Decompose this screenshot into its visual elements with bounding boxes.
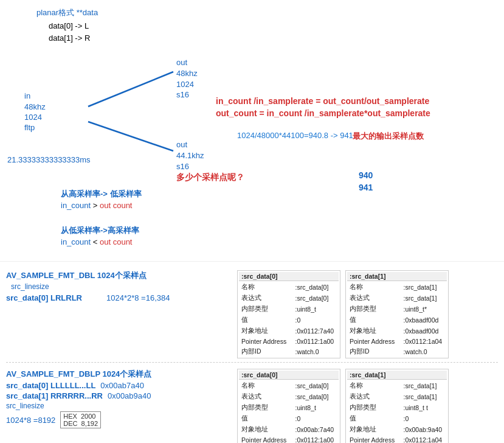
lt-symbol: < bbox=[93, 237, 100, 246]
t2r7c1: 内部ID bbox=[347, 347, 400, 357]
table3-title: :src_data[0] bbox=[239, 371, 339, 380]
fmt-dbl-label: AV_SAMPLE_FMT_DBL 1024个采样点 bbox=[6, 270, 237, 281]
page-container: planar格式 **data data[0] -> L data[1] -> … bbox=[0, 0, 504, 443]
max-label: 最大的输出采样点数 bbox=[353, 131, 424, 142]
bottom2-right: :src_data[0] 名称:src_data[0] 表达式:src_data… bbox=[237, 369, 498, 443]
t3r6c2: :0x0112:1a00 bbox=[293, 436, 339, 443]
t3r2c2: :src_data[0] bbox=[293, 392, 339, 402]
t1r2c1: 表达式 bbox=[239, 293, 292, 303]
t4r3c1: 内部类型 bbox=[347, 403, 400, 413]
t4r6c1: Pointer Address bbox=[347, 436, 400, 443]
t2r5c2: :0xbaadf00d bbox=[401, 326, 447, 336]
diagram-section: planar格式 **data data[0] -> L data[1] -> … bbox=[0, 0, 504, 262]
debug-table-3: :src_data[0] 名称:src_data[0] 表达式:src_data… bbox=[237, 369, 340, 443]
bottom1-left: AV_SAMPLE_FMT_DBL 1024个采样点 src_linesize … bbox=[6, 270, 237, 302]
src-data0-label: src_data[0] LRLRLR bbox=[6, 293, 82, 302]
t2r2c2: :src_data[1] bbox=[401, 293, 447, 303]
dec-label: DEC bbox=[63, 420, 77, 427]
t1r5c2: :0x0112:7a40 bbox=[293, 326, 339, 336]
gt-symbol: > bbox=[93, 201, 100, 210]
table4-title: :src_data[1] bbox=[347, 371, 447, 380]
t2r6c1: Pointer Address bbox=[347, 337, 400, 346]
t3r5c2: :0x00ab:7a40 bbox=[293, 425, 339, 434]
bottom-row-2: AV_SAMPLE_FMT_DBLP 1024个采样点 src_data[0] … bbox=[0, 365, 504, 443]
data1-label: data[1] -> R bbox=[49, 33, 90, 43]
t3r4c2: :0 bbox=[293, 414, 339, 424]
t3r3c1: 内部类型 bbox=[239, 403, 292, 413]
t1r1c1: 名称 bbox=[239, 282, 292, 292]
calc-dblp: 1024*8 =8192 bbox=[6, 416, 55, 425]
out2-label: out bbox=[176, 140, 187, 149]
out1-s16: s16 bbox=[176, 90, 189, 99]
t4r6c2: :0x0112:1a04 bbox=[401, 436, 447, 443]
out2-44khz: 44.1khz bbox=[176, 151, 204, 160]
t2r5c1: 对象地址 bbox=[347, 326, 400, 336]
out2-s16: s16 bbox=[176, 162, 189, 171]
low-to-high: 从低采样率->高采样率 bbox=[61, 225, 139, 236]
calc-dbl: 1024*2*8 =16,384 bbox=[106, 293, 170, 302]
t3r3c2: :uint8_t bbox=[293, 403, 339, 413]
t2r1c2: :src_data[1] bbox=[401, 282, 447, 292]
t3r5c1: 对象地址 bbox=[239, 425, 292, 434]
t4r3c2: :uint8_t t bbox=[401, 403, 447, 413]
hex-val: 2000 bbox=[81, 413, 95, 420]
t1r3c2: :uint8_t bbox=[293, 304, 339, 314]
hex-dec-box: HEX 2000 DEC 8,192 bbox=[60, 411, 101, 428]
debug-table-2: :src_data[1] 名称:src_data[1] 表达式:src_data… bbox=[345, 270, 449, 358]
t4r1c2: :src_data[1] bbox=[401, 381, 447, 391]
data0-label: data[0] -> L bbox=[49, 21, 89, 30]
time-label: 21.33333333333333ms bbox=[7, 155, 91, 164]
in-48khz: 48khz bbox=[24, 102, 46, 111]
hex-label: HEX bbox=[63, 413, 77, 420]
fmt-dblp-label: AV_SAMPLE_FMT_DBLP 1024个采样点 bbox=[6, 369, 237, 380]
t3r1c1: 名称 bbox=[239, 381, 292, 391]
dec-row: DEC 8,192 bbox=[63, 420, 98, 427]
val-940: 940 bbox=[359, 170, 373, 180]
dec-val: 8,192 bbox=[81, 420, 98, 427]
t3r6c1: Pointer Address bbox=[239, 436, 292, 443]
svg-line-0 bbox=[88, 72, 173, 106]
t4r1c1: 名称 bbox=[347, 381, 400, 391]
t1r5c1: 对象地址 bbox=[239, 326, 292, 336]
out-count-text2: out count bbox=[100, 237, 133, 246]
t4r2c1: 表达式 bbox=[347, 392, 400, 402]
in-label: in bbox=[24, 91, 30, 100]
t3r2c1: 表达式 bbox=[239, 392, 292, 402]
t2r3c2: :uint8_t* bbox=[401, 304, 447, 314]
t2r3c1: 内部类型 bbox=[347, 304, 400, 314]
t1r7c2: :watch.0 bbox=[293, 347, 339, 357]
bottom-row-1: AV_SAMPLE_FMT_DBL 1024个采样点 src_linesize … bbox=[0, 267, 504, 362]
t4r5c1: 对象地址 bbox=[347, 425, 400, 434]
t1r6c1: Pointer Address bbox=[239, 337, 292, 346]
t3r4c1: 值 bbox=[239, 414, 292, 424]
divider bbox=[6, 362, 498, 363]
src-data0-addr: 0x00ab7a40 bbox=[100, 381, 144, 390]
formula1: in_count /in_samplerate = out_count/out_… bbox=[216, 96, 429, 106]
in-gt-out-text: in_count bbox=[61, 201, 91, 210]
out-count-text1: out count bbox=[100, 201, 133, 210]
t2r6c2: :0x0112:1a04 bbox=[401, 337, 447, 346]
val-941: 941 bbox=[359, 183, 373, 192]
src-data0-dblp: src_data[0] LLLLLL...LL bbox=[6, 381, 95, 390]
t1r4c1: 值 bbox=[239, 315, 292, 325]
out1-48khz: 48khz bbox=[176, 69, 198, 78]
out1-label: out bbox=[176, 58, 187, 67]
bottom1-right: :src_data[0] 名称:src_data[0] 表达式:src_data… bbox=[237, 270, 498, 358]
bottom2-left: AV_SAMPLE_FMT_DBLP 1024个采样点 src_data[0] … bbox=[6, 369, 237, 428]
t2r4c1: 值 bbox=[347, 315, 400, 325]
bottom-section: AV_SAMPLE_FMT_DBL 1024个采样点 src_linesize … bbox=[0, 262, 504, 443]
in-fltp: fltp bbox=[24, 123, 35, 132]
t1r1c2: :src_data[0] bbox=[293, 282, 339, 292]
t4r2c2: :src_data[1] bbox=[401, 392, 447, 402]
svg-line-1 bbox=[88, 122, 173, 151]
high-to-low: 从高采样率-> 低采样率 bbox=[61, 189, 142, 200]
table1-title: :src_data[0] bbox=[239, 272, 339, 281]
hex-row: HEX 2000 bbox=[63, 413, 98, 420]
debug-table-4: :src_data[1] 名称:src_data[1] 表达式:src_data… bbox=[345, 369, 449, 443]
src-data1-dblp: src_data[1] RRRRRR...RR bbox=[6, 391, 103, 400]
src-data1-addr: 0x00ab9a40 bbox=[108, 391, 151, 400]
t2r2c1: 表达式 bbox=[347, 293, 400, 303]
planar-label: planar格式 **data bbox=[36, 7, 98, 18]
t1r6c2: :0x0112:1a00 bbox=[293, 337, 339, 346]
table2-title: :src_data[1] bbox=[347, 272, 447, 281]
